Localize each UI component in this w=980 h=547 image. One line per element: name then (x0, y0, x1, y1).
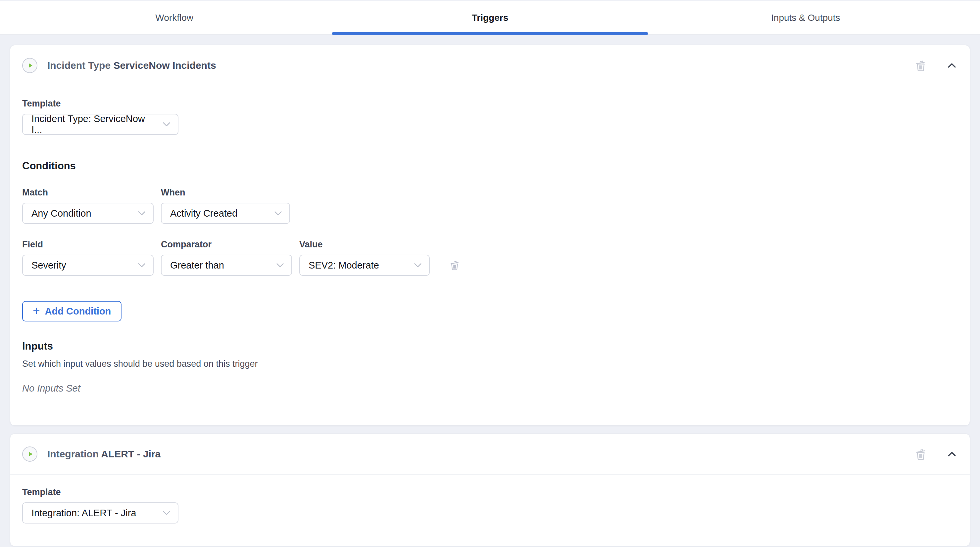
tab-inputs-outputs[interactable]: Inputs & Outputs (648, 1, 963, 34)
template-select-value: Integration: ALERT - Jira (32, 507, 136, 518)
tab-workflow[interactable]: Workflow (17, 1, 332, 34)
trigger-card-integration: Integration ALERT - Jira (10, 434, 970, 546)
match-select-value: Any Condition (32, 208, 91, 219)
template-select-value: Incident Type: ServiceNow I... (32, 113, 156, 135)
field-group: Field Severity (22, 239, 154, 276)
tab-bar: Workflow Triggers Inputs & Outputs (0, 1, 980, 35)
value-select-value: SEV2: Moderate (309, 260, 379, 271)
active-tab-underline (332, 32, 648, 35)
trigger-card-header: Integration ALERT - Jira (10, 434, 970, 474)
inputs-heading: Inputs (22, 340, 958, 352)
when-select[interactable]: Activity Created (161, 203, 290, 224)
trigger-card-header: Incident Type ServiceNow Incidents (10, 45, 970, 86)
value-group: Value SEV2: Moderate (299, 239, 430, 276)
trigger-card-title: Incident Type ServiceNow Incidents (47, 60, 216, 71)
chevron-down-icon (162, 122, 170, 127)
tab-workflow-label: Workflow (155, 13, 193, 23)
inputs-empty-state: No Inputs Set (22, 383, 958, 394)
template-label: Template (22, 487, 958, 497)
collapse-card-button[interactable] (946, 448, 958, 460)
add-condition-label: Add Condition (45, 306, 111, 317)
trigger-card-incident-type: Incident Type ServiceNow Incidents (10, 45, 970, 426)
comparator-select-value: Greater than (170, 260, 224, 271)
chevron-down-icon (274, 211, 282, 216)
trigger-card-title: Integration ALERT - Jira (47, 449, 161, 460)
collapse-card-button[interactable] (946, 60, 958, 71)
template-select[interactable]: Integration: ALERT - Jira (22, 503, 178, 523)
trigger-type-label: Integration (47, 449, 99, 459)
tab-inputs-outputs-label: Inputs & Outputs (771, 13, 840, 23)
inputs-description: Set which input values should be used ba… (22, 359, 958, 369)
delete-condition-button[interactable] (448, 259, 461, 271)
when-select-value: Activity Created (170, 208, 237, 219)
tab-triggers[interactable]: Triggers (332, 1, 648, 34)
chevron-down-icon (138, 263, 146, 268)
chevron-down-icon (276, 263, 284, 268)
trash-icon (448, 259, 461, 271)
match-select[interactable]: Any Condition (22, 203, 154, 224)
trigger-name: ServiceNow Incidents (113, 60, 216, 71)
delete-trigger-button[interactable] (913, 58, 928, 73)
triggers-panel: Incident Type ServiceNow Incidents (0, 35, 980, 546)
trigger-card-body: Template Incident Type: ServiceNow I... … (10, 86, 970, 425)
comparator-select[interactable]: Greater than (161, 255, 292, 276)
plus-icon: + (33, 304, 40, 317)
when-label: When (161, 187, 290, 198)
field-select-value: Severity (32, 260, 66, 271)
match-when-row: Match Any Condition When Activity Create… (22, 187, 958, 224)
when-group: When Activity Created (161, 187, 290, 224)
header-actions (913, 447, 958, 461)
play-icon (22, 58, 37, 73)
chevron-down-icon (162, 511, 170, 515)
conditions-heading: Conditions (22, 160, 958, 172)
trash-icon (913, 447, 928, 461)
field-label: Field (22, 239, 154, 250)
chevron-up-icon (946, 60, 958, 71)
match-group: Match Any Condition (22, 187, 154, 224)
trigger-type-label: Incident Type (47, 60, 111, 71)
value-label: Value (299, 239, 430, 250)
header-actions (913, 58, 958, 73)
chevron-up-icon (946, 448, 958, 460)
condition-row: Field Severity Comparator Greater than V… (22, 239, 958, 276)
play-icon (22, 447, 37, 462)
trigger-name: ALERT - Jira (101, 449, 161, 459)
comparator-group: Comparator Greater than (161, 239, 292, 276)
add-condition-button[interactable]: + Add Condition (22, 301, 121, 322)
trigger-card-body: Template Integration: ALERT - Jira (10, 474, 970, 543)
template-select[interactable]: Incident Type: ServiceNow I... (22, 114, 178, 135)
match-label: Match (22, 187, 154, 198)
template-label: Template (22, 98, 958, 109)
value-select[interactable]: SEV2: Moderate (299, 255, 430, 276)
comparator-label: Comparator (161, 239, 292, 250)
chevron-down-icon (414, 263, 422, 268)
trash-icon (913, 58, 928, 73)
delete-trigger-button[interactable] (913, 447, 928, 461)
chevron-down-icon (138, 211, 146, 216)
tab-triggers-label: Triggers (472, 13, 508, 23)
field-select[interactable]: Severity (22, 255, 154, 276)
